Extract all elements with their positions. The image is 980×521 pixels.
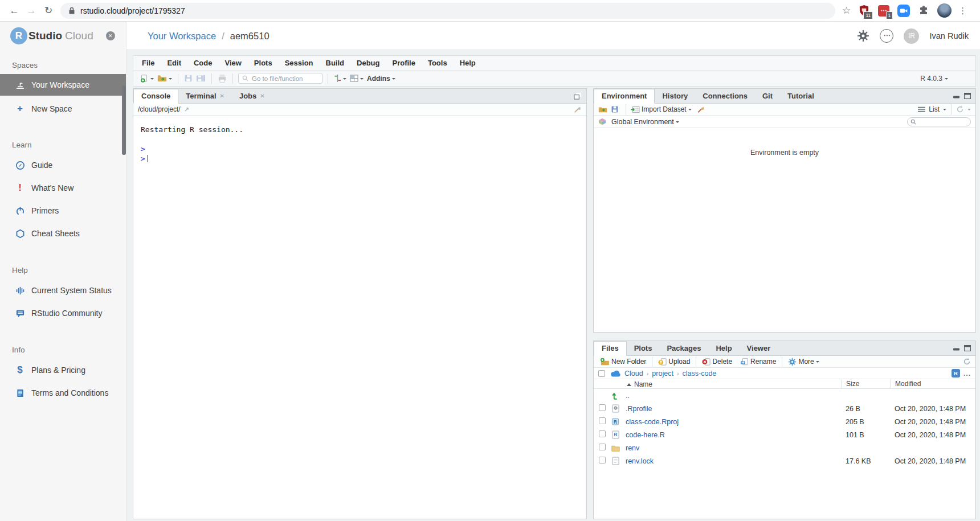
tab-git[interactable]: Git — [755, 89, 780, 103]
sidebar-item-plans-pricing[interactable]: $ Plans & Pricing — [0, 359, 126, 381]
breadcrumb-class-code[interactable]: class-code — [683, 370, 717, 378]
bookmark-star-icon[interactable]: ☆ — [842, 5, 851, 17]
tab-plots[interactable]: Plots — [627, 341, 660, 355]
save-button[interactable] — [182, 74, 194, 83]
sidebar-item-primers[interactable]: Primers — [0, 200, 126, 221]
sidebar-item-whats-new[interactable]: ! What's New — [0, 177, 126, 199]
import-dataset-button[interactable]: Import Dataset — [629, 105, 693, 113]
menu-view[interactable]: View — [218, 59, 247, 67]
maximize-pane-icon[interactable] — [964, 345, 971, 351]
file-row-up[interactable]: .. — [594, 389, 975, 402]
file-link[interactable]: class-code.Rproj — [626, 418, 679, 426]
minimize-pane-icon[interactable] — [953, 93, 960, 99]
console-output-area[interactable]: Restarting R session... > > — [133, 116, 586, 163]
menu-session[interactable]: Session — [279, 59, 320, 67]
clear-console-icon[interactable] — [574, 105, 582, 113]
file-link[interactable]: .. — [626, 392, 630, 400]
tab-files[interactable]: Files — [594, 341, 627, 356]
column-size[interactable]: Size — [841, 379, 890, 389]
r-version-selector[interactable]: R 4.0.3 — [920, 71, 948, 86]
refresh-icon[interactable] — [956, 105, 964, 113]
breadcrumb-cloud[interactable]: Cloud — [624, 370, 643, 378]
tab-packages[interactable]: Packages — [659, 341, 708, 355]
menu-debug[interactable]: Debug — [350, 59, 386, 67]
menu-code[interactable]: Code — [187, 59, 219, 67]
upload-button[interactable]: Upload — [656, 358, 692, 366]
more-button[interactable]: More — [786, 358, 820, 366]
goto-file-input[interactable]: Go to file/function — [238, 73, 322, 84]
video-call-extension-icon[interactable] — [897, 4, 910, 18]
environment-search-input[interactable] — [907, 117, 971, 126]
breadcrumb-overflow-button[interactable]: ... — [963, 370, 971, 378]
version-control-button[interactable] — [332, 74, 348, 83]
addins-button[interactable]: Addins — [365, 75, 397, 83]
maximize-pane-icon[interactable] — [964, 93, 971, 99]
file-checkbox[interactable] — [599, 444, 606, 450]
forward-icon[interactable]: → — [23, 5, 40, 17]
menu-build[interactable]: Build — [320, 59, 351, 67]
refresh-files-icon[interactable] — [963, 358, 971, 366]
tab-environment[interactable]: Environment — [594, 89, 655, 104]
tab-console[interactable]: Console — [133, 89, 178, 104]
save-all-button[interactable] — [194, 74, 207, 83]
goto-directory-icon[interactable]: ↗ — [184, 106, 189, 113]
close-icon[interactable]: ✕ — [220, 89, 224, 103]
refresh-icon[interactable]: ↻ — [40, 5, 57, 17]
file-link[interactable]: renv.lock — [626, 457, 654, 465]
menu-profile[interactable]: Profile — [386, 59, 421, 67]
tab-help[interactable]: Help — [708, 341, 739, 355]
file-link[interactable]: renv — [626, 444, 639, 452]
tab-viewer[interactable]: Viewer — [740, 341, 778, 355]
print-button[interactable] — [216, 74, 228, 83]
file-checkbox[interactable] — [599, 457, 606, 463]
select-all-checkbox[interactable] — [598, 370, 605, 377]
shield-extension-icon[interactable]: 11 — [857, 4, 871, 18]
sidebar-item-cheat-sheets[interactable]: Cheat Sheets — [0, 223, 126, 244]
browser-profile-avatar[interactable] — [937, 3, 952, 18]
sidebar-item-terms[interactable]: Terms and Conditions — [0, 382, 126, 404]
file-checkbox[interactable] — [599, 404, 606, 411]
open-project-button[interactable] — [156, 74, 174, 83]
clear-environment-icon[interactable] — [697, 105, 705, 113]
column-modified[interactable]: Modified — [890, 379, 975, 389]
adblock-extension-icon[interactable]: ⋯ 1 — [877, 4, 891, 18]
breadcrumb-workspace-link[interactable]: Your Workspace — [148, 31, 216, 42]
browser-menu-icon[interactable]: ⋮ — [958, 6, 967, 16]
menu-file[interactable]: File — [136, 59, 161, 67]
menu-help[interactable]: Help — [454, 59, 482, 67]
file-row[interactable]: .Rprofile 26 B Oct 20, 2020, 1:48 PM — [594, 402, 975, 415]
minimize-pane-icon[interactable] — [953, 345, 960, 351]
file-row[interactable]: R class-code.Rproj 205 B Oct 20, 2020, 1… — [594, 415, 975, 428]
tab-connections[interactable]: Connections — [695, 89, 755, 103]
sidebar-item-your-workspace[interactable]: Your Workspace — [0, 74, 126, 96]
delete-button[interactable]: Delete — [700, 358, 734, 366]
new-file-button[interactable] — [138, 74, 156, 83]
restore-panes-icon[interactable] — [574, 92, 582, 100]
sidebar-item-rstudio-community[interactable]: RStudio Community — [0, 302, 126, 324]
file-link[interactable]: code-here.R — [626, 431, 665, 439]
close-icon[interactable]: ✕ — [260, 89, 264, 103]
sidebar-item-current-system-status[interactable]: Current System Status — [0, 280, 126, 301]
tab-jobs[interactable]: Jobs ✕ — [232, 89, 272, 103]
workspace-panes-button[interactable] — [348, 75, 365, 82]
file-row[interactable]: renv — [594, 441, 975, 454]
file-row[interactable]: renv.lock 17.6 KB Oct 20, 2020, 1:48 PM — [594, 454, 975, 467]
gear-icon[interactable] — [857, 30, 869, 42]
more-options-icon[interactable]: ⋯ — [880, 29, 893, 43]
save-workspace-icon[interactable] — [611, 105, 619, 113]
breadcrumb-project[interactable]: project — [652, 370, 673, 378]
tab-tutorial[interactable]: Tutorial — [780, 89, 822, 103]
sidebar-scrollbar[interactable] — [122, 85, 126, 155]
environment-scope-selector[interactable]: Global Environment — [610, 118, 681, 126]
address-bar[interactable]: rstudio.cloud/project/1795327 — [60, 3, 835, 19]
new-folder-button[interactable]: New Folder — [598, 358, 648, 366]
load-workspace-icon[interactable] — [598, 105, 607, 113]
file-checkbox[interactable] — [599, 430, 606, 437]
sidebar-item-guide[interactable]: Guide — [0, 154, 126, 176]
back-icon[interactable]: ← — [6, 5, 23, 17]
user-avatar[interactable]: IR — [904, 28, 919, 44]
tab-history[interactable]: History — [655, 89, 695, 103]
rename-button[interactable]: Rename — [738, 358, 778, 366]
file-checkbox[interactable] — [599, 417, 606, 424]
menu-plots[interactable]: Plots — [248, 59, 279, 67]
